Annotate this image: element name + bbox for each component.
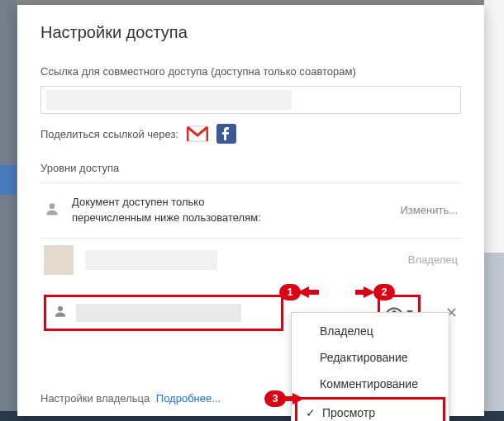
role-dropdown-menu: Владелец Редактирование Комментирование … [291,312,449,421]
person-icon [44,201,60,220]
footer-text: Настройки владельца [40,392,150,404]
gmail-icon[interactable] [187,125,208,142]
arrow-right-icon [284,392,304,405]
owner-row: Владелец [40,239,461,281]
svg-point-4 [50,203,55,209]
role-option-comment[interactable]: Комментирование [292,371,449,397]
change-access-link[interactable]: Изменить... [401,204,458,216]
person-icon [53,304,68,322]
share-via-label: Поделиться ссылкой через: [40,128,178,140]
access-restricted-text: Документ доступен только перечисленным н… [72,195,389,226]
share-via-row: Поделиться ссылкой через: [40,124,461,144]
check-icon: ✓ [306,406,316,419]
arrow-right-icon [355,286,375,299]
add-person-input[interactable] [44,295,283,331]
arrow-left-icon [299,286,319,299]
link-section-label: Ссылка для совместного доступа (доступна… [40,65,461,78]
owner-role-label: Владелец [408,253,458,266]
access-restricted-row: Документ доступен только перечисленным н… [40,182,461,239]
footer: Настройки владельца Подробнее... [40,392,221,404]
role-option-view[interactable]: ✓ Просмотр [295,397,445,421]
svg-marker-9 [284,393,304,404]
callout-3: 3 [264,390,304,407]
access-levels-label: Уровни доступа [40,162,461,174]
share-link-input[interactable] [40,86,461,114]
svg-point-5 [58,306,63,311]
avatar [44,245,74,275]
add-person-redacted [76,304,241,322]
svg-marker-8 [355,286,375,298]
role-option-edit[interactable]: Редактирование [292,344,449,371]
role-option-owner[interactable]: Владелец [292,318,449,344]
footer-more-link[interactable]: Подробнее... [156,392,221,404]
svg-marker-7 [299,286,319,298]
callout-2: 2 [355,284,395,300]
share-link-redacted [46,90,292,110]
dialog-title: Настройки доступа [40,23,461,42]
owner-name-redacted [85,250,217,270]
callout-1: 1 [279,284,319,300]
facebook-icon[interactable] [216,124,236,144]
